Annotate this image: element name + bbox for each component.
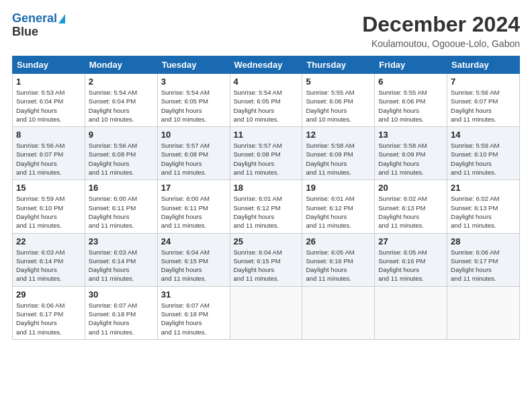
day-info: Sunrise: 6:07 AM Sunset: 6:18 PM Dayligh…: [89, 301, 154, 336]
day-number: 24: [161, 236, 226, 246]
table-row: 9 Sunrise: 5:56 AM Sunset: 6:08 PM Dayli…: [85, 127, 157, 180]
day-number: 15: [16, 183, 81, 193]
day-number: 3: [161, 77, 226, 87]
table-row: 26 Sunrise: 6:05 AM Sunset: 6:16 PM Dayl…: [302, 233, 375, 286]
table-row: 31 Sunrise: 6:07 AM Sunset: 6:18 PM Dayl…: [157, 286, 230, 339]
logo: General Blue: [12, 12, 65, 39]
day-info: Sunrise: 5:54 AM Sunset: 6:04 PM Dayligh…: [89, 88, 154, 124]
table-row: 18 Sunrise: 6:01 AM Sunset: 6:12 PM Dayl…: [230, 180, 302, 233]
table-row: 10 Sunrise: 5:57 AM Sunset: 6:08 PM Dayl…: [157, 127, 230, 180]
page: General Blue December 2024 Koulamoutou, …: [0, 0, 532, 411]
table-row: 30 Sunrise: 6:07 AM Sunset: 6:18 PM Dayl…: [85, 286, 157, 339]
day-number: 10: [161, 130, 226, 140]
day-number: 21: [451, 183, 516, 193]
day-info: Sunrise: 5:55 AM Sunset: 6:06 PM Dayligh…: [378, 88, 443, 124]
col-wednesday: Wednesday: [230, 56, 302, 74]
day-number: 26: [306, 236, 371, 246]
table-row: 17 Sunrise: 6:00 AM Sunset: 6:11 PM Dayl…: [157, 180, 230, 233]
day-number: 4: [234, 77, 299, 87]
main-title: December 2024: [362, 12, 520, 37]
day-number: 1: [16, 77, 81, 87]
day-number: 14: [451, 130, 516, 140]
col-tuesday: Tuesday: [157, 56, 230, 74]
table-row: 19 Sunrise: 6:01 AM Sunset: 6:12 PM Dayl…: [302, 180, 375, 233]
col-thursday: Thursday: [302, 56, 375, 74]
day-number: 30: [89, 289, 154, 300]
day-number: 11: [234, 130, 299, 140]
calendar-week-row: 29 Sunrise: 6:06 AM Sunset: 6:17 PM Dayl…: [13, 286, 520, 339]
title-area: December 2024 Koulamoutou, Ogooue-Lolo, …: [362, 12, 520, 49]
day-number: 8: [16, 130, 81, 140]
day-number: 16: [89, 183, 154, 193]
table-row: 28 Sunrise: 6:06 AM Sunset: 6:17 PM Dayl…: [447, 233, 520, 286]
logo-arrow-icon: [58, 14, 65, 24]
day-number: 12: [306, 130, 371, 140]
calendar-week-row: 22 Sunrise: 6:03 AM Sunset: 6:14 PM Dayl…: [13, 233, 520, 286]
day-info: Sunrise: 6:03 AM Sunset: 6:14 PM Dayligh…: [16, 248, 81, 283]
header: General Blue December 2024 Koulamoutou, …: [12, 12, 520, 49]
table-row: 21 Sunrise: 6:02 AM Sunset: 6:13 PM Dayl…: [447, 180, 520, 233]
table-row: 29 Sunrise: 6:06 AM Sunset: 6:17 PM Dayl…: [13, 286, 85, 339]
logo-text: General: [12, 12, 57, 26]
day-info: Sunrise: 6:02 AM Sunset: 6:13 PM Dayligh…: [378, 194, 443, 230]
table-row: 6 Sunrise: 5:55 AM Sunset: 6:06 PM Dayli…: [375, 74, 447, 127]
day-info: Sunrise: 5:58 AM Sunset: 6:09 PM Dayligh…: [378, 141, 443, 177]
day-number: 28: [451, 236, 516, 246]
table-row: 4 Sunrise: 5:54 AM Sunset: 6:05 PM Dayli…: [230, 74, 302, 127]
table-row: 22 Sunrise: 6:03 AM Sunset: 6:14 PM Dayl…: [13, 233, 85, 286]
table-row: 13 Sunrise: 5:58 AM Sunset: 6:09 PM Dayl…: [375, 127, 447, 180]
day-info: Sunrise: 5:54 AM Sunset: 6:05 PM Dayligh…: [161, 88, 226, 124]
day-number: 29: [16, 289, 81, 300]
day-number: 2: [89, 77, 154, 87]
day-number: 20: [378, 183, 443, 193]
col-friday: Friday: [375, 56, 447, 74]
day-info: Sunrise: 5:59 AM Sunset: 6:10 PM Dayligh…: [451, 141, 516, 177]
table-row: 23 Sunrise: 6:03 AM Sunset: 6:14 PM Dayl…: [85, 233, 157, 286]
table-row: 5 Sunrise: 5:55 AM Sunset: 6:06 PM Dayli…: [302, 74, 375, 127]
table-row: [230, 286, 302, 339]
day-info: Sunrise: 5:59 AM Sunset: 6:10 PM Dayligh…: [16, 194, 81, 230]
table-row: [375, 286, 447, 339]
day-info: Sunrise: 5:55 AM Sunset: 6:06 PM Dayligh…: [306, 88, 371, 124]
day-info: Sunrise: 6:04 AM Sunset: 6:15 PM Dayligh…: [161, 248, 226, 283]
table-row: 1 Sunrise: 5:53 AM Sunset: 6:04 PM Dayli…: [13, 74, 85, 127]
table-row: 12 Sunrise: 5:58 AM Sunset: 6:09 PM Dayl…: [302, 127, 375, 180]
table-row: [447, 286, 520, 339]
table-row: 7 Sunrise: 5:56 AM Sunset: 6:07 PM Dayli…: [447, 74, 520, 127]
table-row: 3 Sunrise: 5:54 AM Sunset: 6:05 PM Dayli…: [157, 74, 230, 127]
day-number: 7: [451, 77, 516, 87]
table-row: 27 Sunrise: 6:05 AM Sunset: 6:16 PM Dayl…: [375, 233, 447, 286]
calendar-week-row: 15 Sunrise: 5:59 AM Sunset: 6:10 PM Dayl…: [13, 180, 520, 233]
day-info: Sunrise: 6:02 AM Sunset: 6:13 PM Dayligh…: [451, 194, 516, 230]
day-info: Sunrise: 6:05 AM Sunset: 6:16 PM Dayligh…: [306, 248, 371, 283]
day-info: Sunrise: 6:01 AM Sunset: 6:12 PM Dayligh…: [306, 194, 371, 230]
table-row: 24 Sunrise: 6:04 AM Sunset: 6:15 PM Dayl…: [157, 233, 230, 286]
col-monday: Monday: [85, 56, 157, 74]
col-sunday: Sunday: [13, 56, 85, 74]
table-row: 15 Sunrise: 5:59 AM Sunset: 6:10 PM Dayl…: [13, 180, 85, 233]
day-info: Sunrise: 5:57 AM Sunset: 6:08 PM Dayligh…: [161, 141, 226, 177]
day-number: 22: [16, 236, 81, 246]
table-row: 8 Sunrise: 5:56 AM Sunset: 6:07 PM Dayli…: [13, 127, 85, 180]
day-info: Sunrise: 6:06 AM Sunset: 6:17 PM Dayligh…: [451, 248, 516, 283]
day-number: 18: [234, 183, 299, 193]
day-info: Sunrise: 6:01 AM Sunset: 6:12 PM Dayligh…: [234, 194, 299, 230]
table-row: 20 Sunrise: 6:02 AM Sunset: 6:13 PM Dayl…: [375, 180, 447, 233]
table-row: 16 Sunrise: 6:00 AM Sunset: 6:11 PM Dayl…: [85, 180, 157, 233]
day-number: 25: [234, 236, 299, 246]
table-row: 2 Sunrise: 5:54 AM Sunset: 6:04 PM Dayli…: [85, 74, 157, 127]
day-info: Sunrise: 5:53 AM Sunset: 6:04 PM Dayligh…: [16, 88, 81, 124]
day-number: 5: [306, 77, 371, 87]
day-info: Sunrise: 5:56 AM Sunset: 6:08 PM Dayligh…: [89, 141, 154, 177]
calendar-week-row: 8 Sunrise: 5:56 AM Sunset: 6:07 PM Dayli…: [13, 127, 520, 180]
day-info: Sunrise: 5:56 AM Sunset: 6:07 PM Dayligh…: [451, 88, 516, 124]
day-info: Sunrise: 6:07 AM Sunset: 6:18 PM Dayligh…: [161, 301, 226, 336]
day-info: Sunrise: 6:00 AM Sunset: 6:11 PM Dayligh…: [161, 194, 226, 230]
calendar-header-row: Sunday Monday Tuesday Wednesday Thursday…: [13, 56, 520, 74]
day-number: 19: [306, 183, 371, 193]
day-number: 27: [378, 236, 443, 246]
day-number: 31: [161, 289, 226, 300]
day-number: 9: [89, 130, 154, 140]
calendar-table: Sunday Monday Tuesday Wednesday Thursday…: [12, 56, 520, 340]
day-info: Sunrise: 5:56 AM Sunset: 6:07 PM Dayligh…: [16, 141, 81, 177]
